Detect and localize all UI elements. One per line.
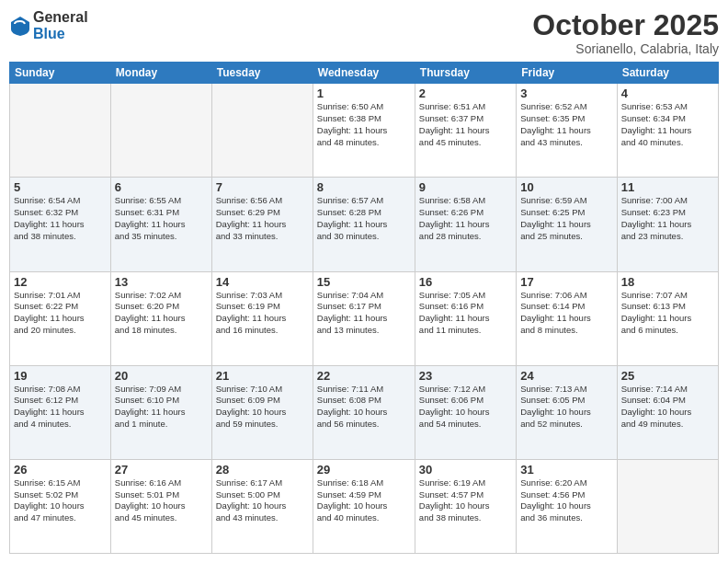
day-info: Sunrise: 6:16 AMSunset: 5:01 PMDaylight:… xyxy=(115,477,208,524)
table-row: 15Sunrise: 7:04 AMSunset: 6:17 PMDayligh… xyxy=(313,271,415,365)
day-number: 9 xyxy=(419,180,512,194)
day-number: 27 xyxy=(115,463,208,477)
header: General Blue October 2025 Sorianello, Ca… xyxy=(9,9,719,56)
day-number: 15 xyxy=(317,275,411,289)
day-number: 22 xyxy=(317,369,411,383)
table-row xyxy=(110,84,211,178)
day-number: 17 xyxy=(520,275,612,289)
day-info: Sunrise: 6:19 AMSunset: 4:57 PMDaylight:… xyxy=(419,477,512,524)
table-row: 7Sunrise: 6:56 AMSunset: 6:29 PMDaylight… xyxy=(211,178,313,271)
day-number: 24 xyxy=(520,369,612,383)
day-info: Sunrise: 6:58 AMSunset: 6:26 PMDaylight:… xyxy=(419,195,512,242)
day-info: Sunrise: 7:10 AMSunset: 6:09 PMDaylight:… xyxy=(216,384,309,431)
calendar-header-row: Sunday Monday Tuesday Wednesday Thursday… xyxy=(10,63,719,84)
table-row: 30Sunrise: 6:19 AMSunset: 4:57 PMDayligh… xyxy=(415,459,516,553)
day-number: 8 xyxy=(317,180,411,194)
day-info: Sunrise: 7:01 AMSunset: 6:22 PMDaylight:… xyxy=(14,290,107,337)
col-saturday: Saturday xyxy=(617,63,718,84)
day-number: 21 xyxy=(216,369,309,383)
day-number: 3 xyxy=(520,86,612,100)
table-row: 5Sunrise: 6:54 AMSunset: 6:32 PMDaylight… xyxy=(10,178,111,271)
day-info: Sunrise: 7:09 AMSunset: 6:10 PMDaylight:… xyxy=(115,384,208,431)
table-row: 28Sunrise: 6:17 AMSunset: 5:00 PMDayligh… xyxy=(211,459,313,553)
table-row: 13Sunrise: 7:02 AMSunset: 6:20 PMDayligh… xyxy=(110,271,211,365)
table-row: 26Sunrise: 6:15 AMSunset: 5:02 PMDayligh… xyxy=(10,459,111,553)
day-info: Sunrise: 6:56 AMSunset: 6:29 PMDaylight:… xyxy=(216,195,309,242)
table-row: 10Sunrise: 6:59 AMSunset: 6:25 PMDayligh… xyxy=(517,178,617,271)
table-row xyxy=(211,84,313,178)
day-info: Sunrise: 7:00 AMSunset: 6:23 PMDaylight:… xyxy=(621,195,714,242)
day-info: Sunrise: 6:20 AMSunset: 4:56 PMDaylight:… xyxy=(520,477,612,524)
day-number: 20 xyxy=(115,369,208,383)
day-number: 5 xyxy=(14,180,107,194)
table-row: 14Sunrise: 7:03 AMSunset: 6:19 PMDayligh… xyxy=(211,271,313,365)
day-info: Sunrise: 6:51 AMSunset: 6:37 PMDaylight:… xyxy=(419,101,512,148)
col-tuesday: Tuesday xyxy=(211,63,313,84)
day-info: Sunrise: 7:05 AMSunset: 6:16 PMDaylight:… xyxy=(419,290,512,337)
table-row: 21Sunrise: 7:10 AMSunset: 6:09 PMDayligh… xyxy=(211,365,313,459)
day-number: 14 xyxy=(216,275,309,289)
calendar-week-row: 12Sunrise: 7:01 AMSunset: 6:22 PMDayligh… xyxy=(10,271,719,365)
day-number: 13 xyxy=(115,275,208,289)
logo-blue-text: Blue xyxy=(33,26,88,42)
day-info: Sunrise: 7:12 AMSunset: 6:06 PMDaylight:… xyxy=(419,384,512,431)
calendar-week-row: 5Sunrise: 6:54 AMSunset: 6:32 PMDaylight… xyxy=(10,178,719,271)
day-info: Sunrise: 6:50 AMSunset: 6:38 PMDaylight:… xyxy=(317,101,411,148)
day-info: Sunrise: 7:07 AMSunset: 6:13 PMDaylight:… xyxy=(621,290,714,337)
table-row: 23Sunrise: 7:12 AMSunset: 6:06 PMDayligh… xyxy=(415,365,516,459)
table-row xyxy=(10,84,111,178)
day-number: 16 xyxy=(419,275,512,289)
page: General Blue October 2025 Sorianello, Ca… xyxy=(0,0,728,563)
logo-general-text: General xyxy=(33,9,88,26)
logo-text: General Blue xyxy=(33,9,88,41)
day-info: Sunrise: 7:08 AMSunset: 6:12 PMDaylight:… xyxy=(14,384,107,431)
day-info: Sunrise: 7:06 AMSunset: 6:14 PMDaylight:… xyxy=(520,290,612,337)
title-block: October 2025 Sorianello, Calabria, Italy xyxy=(532,9,719,56)
col-wednesday: Wednesday xyxy=(313,63,415,84)
day-info: Sunrise: 7:14 AMSunset: 6:04 PMDaylight:… xyxy=(621,384,714,431)
table-row: 8Sunrise: 6:57 AMSunset: 6:28 PMDaylight… xyxy=(313,178,415,271)
day-number: 26 xyxy=(14,463,107,477)
day-info: Sunrise: 6:18 AMSunset: 4:59 PMDaylight:… xyxy=(317,477,411,524)
table-row: 2Sunrise: 6:51 AMSunset: 6:37 PMDaylight… xyxy=(415,84,516,178)
day-number: 30 xyxy=(419,463,512,477)
day-number: 18 xyxy=(621,275,714,289)
day-number: 25 xyxy=(621,369,714,383)
day-info: Sunrise: 7:02 AMSunset: 6:20 PMDaylight:… xyxy=(115,290,208,337)
day-number: 7 xyxy=(216,180,309,194)
day-number: 1 xyxy=(317,86,411,100)
day-number: 2 xyxy=(419,86,512,100)
day-info: Sunrise: 7:11 AMSunset: 6:08 PMDaylight:… xyxy=(317,384,411,431)
logo: General Blue xyxy=(9,9,88,41)
table-row: 12Sunrise: 7:01 AMSunset: 6:22 PMDayligh… xyxy=(10,271,111,365)
table-row: 31Sunrise: 6:20 AMSunset: 4:56 PMDayligh… xyxy=(517,459,617,553)
day-number: 4 xyxy=(621,86,714,100)
day-info: Sunrise: 6:53 AMSunset: 6:34 PMDaylight:… xyxy=(621,101,714,148)
day-number: 28 xyxy=(216,463,309,477)
day-number: 11 xyxy=(621,180,714,194)
col-sunday: Sunday xyxy=(10,63,111,84)
day-number: 6 xyxy=(115,180,208,194)
col-friday: Friday xyxy=(517,63,617,84)
month-title: October 2025 xyxy=(532,9,719,41)
table-row: 17Sunrise: 7:06 AMSunset: 6:14 PMDayligh… xyxy=(517,271,617,365)
day-number: 12 xyxy=(14,275,107,289)
day-info: Sunrise: 7:04 AMSunset: 6:17 PMDaylight:… xyxy=(317,290,411,337)
table-row: 19Sunrise: 7:08 AMSunset: 6:12 PMDayligh… xyxy=(10,365,111,459)
table-row: 29Sunrise: 6:18 AMSunset: 4:59 PMDayligh… xyxy=(313,459,415,553)
table-row: 3Sunrise: 6:52 AMSunset: 6:35 PMDaylight… xyxy=(517,84,617,178)
day-number: 10 xyxy=(520,180,612,194)
day-number: 31 xyxy=(520,463,612,477)
day-number: 23 xyxy=(419,369,512,383)
day-info: Sunrise: 6:54 AMSunset: 6:32 PMDaylight:… xyxy=(14,195,107,242)
table-row: 20Sunrise: 7:09 AMSunset: 6:10 PMDayligh… xyxy=(110,365,211,459)
table-row: 25Sunrise: 7:14 AMSunset: 6:04 PMDayligh… xyxy=(617,365,718,459)
table-row: 11Sunrise: 7:00 AMSunset: 6:23 PMDayligh… xyxy=(617,178,718,271)
logo-icon xyxy=(9,15,31,37)
col-monday: Monday xyxy=(110,63,211,84)
table-row: 6Sunrise: 6:55 AMSunset: 6:31 PMDaylight… xyxy=(110,178,211,271)
table-row: 16Sunrise: 7:05 AMSunset: 6:16 PMDayligh… xyxy=(415,271,516,365)
table-row: 4Sunrise: 6:53 AMSunset: 6:34 PMDaylight… xyxy=(617,84,718,178)
location-subtitle: Sorianello, Calabria, Italy xyxy=(532,41,719,56)
table-row: 24Sunrise: 7:13 AMSunset: 6:05 PMDayligh… xyxy=(517,365,617,459)
